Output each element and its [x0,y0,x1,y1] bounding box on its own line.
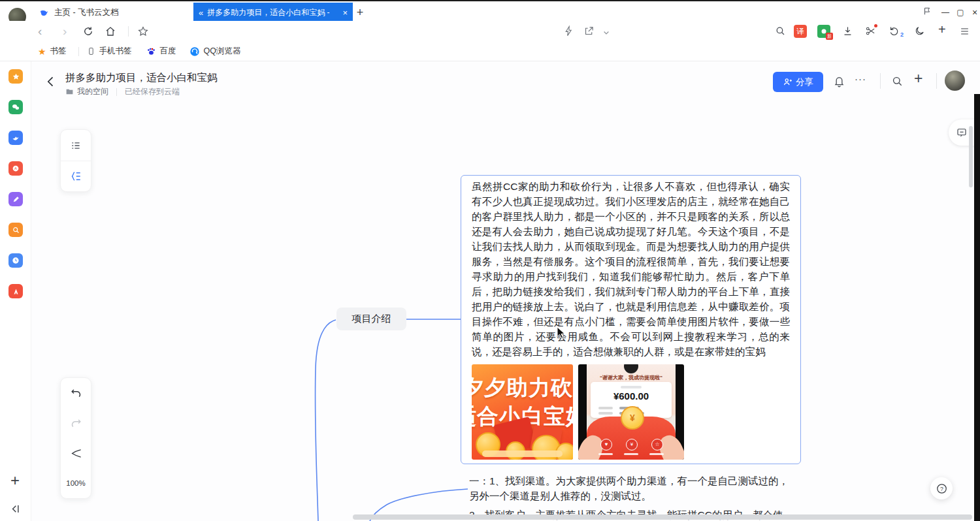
help-button[interactable]: ? [930,477,953,499]
share-action-icon: ☆ [651,439,663,450]
withdraw-quote: “谢谢大家，我成功提现啦” [587,374,676,381]
withdraw-amount: ¥600.00 [591,390,672,402]
svg-text:?: ? [940,485,943,492]
action-label-blur [649,453,664,455]
promo-line1: 夕夕助力砍 [472,373,573,403]
page-add-icon[interactable]: + [10,471,20,490]
coin-icon: ¥ [621,406,644,430]
phone-avatar [624,364,638,373]
horizontal-scrollbar-thumb[interactable] [353,514,972,520]
view-switch-toolbar [60,129,91,192]
mouse-cursor [557,326,566,339]
step1-text: 一：1、找到渠道。为大家提供两个助力渠道，有一个是自己测试过的，另外一个渠道是别… [469,474,791,503]
redo-button[interactable] [61,408,91,438]
red-envelope-bottom: ¥ ♥ ¥ ☆ [587,417,676,460]
mindmap-node-detail[interactable]: 虽然拼CC家的助力和砍价行为，让很多人不喜欢，但也得承认，确实有不少人也真正提现… [461,175,801,464]
action-label-blur [624,453,638,455]
mindmap-node-intro[interactable]: 项目介绍 [336,308,406,330]
action-label-blur [598,453,613,455]
detail-row-blur [598,412,613,415]
zoom-level[interactable]: 100% [61,468,91,498]
outline-view-button[interactable] [61,130,91,161]
collapse-sidebar-icon[interactable] [9,503,22,515]
withdraw-screenshot-image[interactable]: “谢谢大家，我成功提现啦” ¥600.00 ¥ ♥ ¥ [578,364,684,460]
detail-paragraph: 虽然拼CC家的助力和砍价行为，让很多人不喜欢，但也得承认，确实有不少人也真正提现… [472,179,790,359]
detail-row-blur [598,407,613,409]
phone-screen: “谢谢大家，我成功提现啦” ¥600.00 ¥ ♥ ¥ [587,364,676,460]
promo-banner-strip [482,450,563,457]
amount-label-blur [621,386,642,388]
locate-center-button[interactable] [61,438,91,468]
canvas-nav-toolbar: 100% [60,377,91,499]
vertical-scrollbar-thumb[interactable] [969,126,973,187]
undo-button[interactable] [61,378,91,408]
mindmap-view-button[interactable] [61,161,91,191]
promo-image[interactable]: 夕夕助力砍 适合小白宝妈 [472,364,573,460]
browser-window: 主页 - 飞书云文档 « 拼多多助力项目，适合小白和宝妈 - × + — ▢ ×… [0,0,980,521]
share-action-icon: ¥ [626,439,638,450]
share-action-icon: ♥ [600,439,612,450]
screen-right-black-edge [974,94,980,521]
